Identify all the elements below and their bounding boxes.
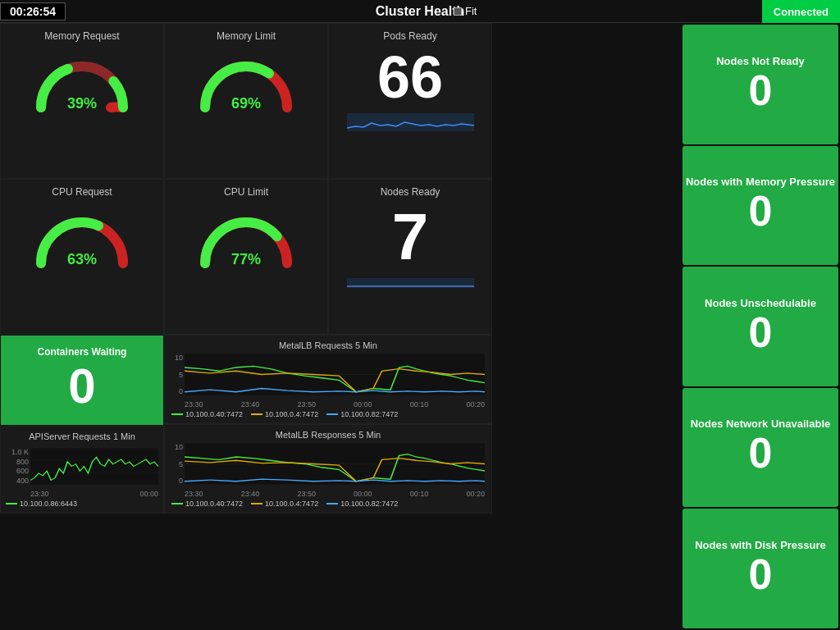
timer: 00:26:54 xyxy=(0,2,66,21)
legend-resp-2: 10.100.0.4:7472 xyxy=(251,500,318,508)
metallb-req-chart xyxy=(185,354,485,395)
legend-dot-resp-3 xyxy=(326,503,338,504)
memory-limit-title: Memory Limit xyxy=(217,30,276,42)
metallb-req-x: 23:30 23:40 23:50 00:00 00:10 00:20 xyxy=(185,400,485,409)
apiserver-legend: 10.100.0.86:6443 xyxy=(6,500,158,508)
status-tile-3: Nodes Network Unavailable 0 xyxy=(682,388,838,508)
legend-dot-resp-1 xyxy=(171,503,183,504)
svg-rect-0 xyxy=(347,113,474,131)
legend-label-apiserver: 10.100.0.86:6443 xyxy=(20,500,77,508)
apiserver-y-axis: 1.0 K 800 600 400 xyxy=(6,448,30,485)
cpu-request-gauge: 63% xyxy=(29,204,135,270)
status-tile-0-title: Nodes Not Ready xyxy=(716,55,805,67)
cpu-limit-gauge: 77% xyxy=(193,204,299,270)
legend-resp-3: 10.100.0.82:7472 xyxy=(326,500,398,508)
apiserver-x-axis: 23:30 00:00 xyxy=(30,490,158,498)
metallb-resp-x: 23:30 23:40 23:50 00:00 00:10 00:20 xyxy=(185,490,485,498)
containers-waiting-value: 0 xyxy=(68,358,95,414)
legend-dot-apiserver xyxy=(6,503,17,504)
metallb-req-legend: 10.100.0.40:7472 10.100.0.4:7472 10.100.… xyxy=(171,410,485,418)
memory-request-panel: Memory Request 39% xyxy=(0,23,164,179)
nodes-ready-value: 7 xyxy=(392,201,429,273)
pods-ready-panel: Pods Ready 66 xyxy=(328,23,492,179)
cpu-request-panel: CPU Request 63% xyxy=(0,179,164,335)
status-tile-3-title: Nodes Network Unavailable xyxy=(691,418,831,430)
nodes-ready-title: Nodes Ready xyxy=(381,186,441,198)
memory-request-title: Memory Request xyxy=(44,30,119,42)
top-bar: 00:26:54 Cluster Health Fit Connected xyxy=(0,0,840,23)
x-label-2330: 23:30 xyxy=(30,490,49,498)
cpu-request-title: CPU Request xyxy=(52,186,112,198)
fit-label: Fit xyxy=(454,5,477,17)
y-label-1k: 1.0 K xyxy=(6,448,29,456)
legend-req-3: 10.100.0.82:7472 xyxy=(326,410,398,418)
legend-dot-resp-2 xyxy=(251,503,262,504)
status-tile-4: Nodes with Disk Pressure 0 xyxy=(682,509,838,628)
fit-text: Fit xyxy=(465,5,477,17)
pods-sparkline xyxy=(347,113,474,131)
metallb-requests-panel: MetalLB Requests 5 Min 10 5 0 xyxy=(164,335,492,424)
apiserver-panel: APIServer Requests 1 Min 1.0 K 800 600 4… xyxy=(0,426,164,514)
metallb-req-y: 10 5 0 xyxy=(171,354,183,395)
status-column: Nodes Not Ready 0 Nodes with Memory Pres… xyxy=(681,23,840,630)
memory-limit-value: 69% xyxy=(193,95,299,112)
metallb-resp-title: MetalLB Responses 5 Min xyxy=(171,430,485,440)
fit-checkbox[interactable] xyxy=(454,7,462,16)
memory-limit-panel: Memory Limit 69% xyxy=(164,23,328,179)
metallb-responses-panel: MetalLB Responses 5 Min 10 5 0 xyxy=(164,424,492,514)
legend-dot-req-2 xyxy=(251,413,262,415)
legend-dot-req-3 xyxy=(326,413,338,415)
status-tile-2-value: 0 xyxy=(749,309,773,356)
svg-rect-3 xyxy=(30,448,158,485)
legend-req-2: 10.100.0.4:7472 xyxy=(251,410,318,418)
legend-apiserver-1: 10.100.0.86:6443 xyxy=(6,500,77,508)
pods-ready-value: 66 xyxy=(377,45,443,110)
metallb-resp-y: 10 5 0 xyxy=(171,443,183,485)
metallb-resp-chart xyxy=(185,443,485,485)
status-tile-2-title: Nodes Unschedulable xyxy=(705,297,816,309)
status-tile-4-title: Nodes with Disk Pressure xyxy=(695,539,826,551)
status-tile-0: Nodes Not Ready 0 xyxy=(682,25,838,144)
status-tile-4-value: 0 xyxy=(749,551,773,598)
containers-waiting-panel: Containers Waiting 0 xyxy=(0,335,164,426)
status-tile-1-value: 0 xyxy=(749,188,773,235)
legend-dot-req-1 xyxy=(171,413,183,415)
cpu-limit-value: 77% xyxy=(193,251,299,268)
legend-req-1: 10.100.0.40:7472 xyxy=(171,410,243,418)
y-label-400: 400 xyxy=(6,477,29,485)
nodes-sparkline xyxy=(347,278,474,288)
legend-resp-1: 10.100.0.40:7472 xyxy=(171,500,243,508)
connected-badge: Connected xyxy=(762,0,840,23)
memory-request-gauge: 39% xyxy=(29,48,135,114)
memory-limit-gauge: 69% xyxy=(193,48,299,114)
y-label-800: 800 xyxy=(6,458,29,466)
status-tile-1-title: Nodes with Memory Pressure xyxy=(686,176,835,188)
status-tile-0-value: 0 xyxy=(749,67,773,114)
cpu-limit-panel: CPU Limit 77% xyxy=(164,179,328,335)
metallb-req-title: MetalLB Requests 5 Min xyxy=(171,340,485,350)
containers-waiting-title: Containers Waiting xyxy=(38,346,127,358)
x-label-0000: 00:00 xyxy=(139,490,158,498)
apiserver-title: APIServer Requests 1 Min xyxy=(6,431,158,441)
status-tile-3-value: 0 xyxy=(749,430,773,477)
apiserver-chart xyxy=(30,448,158,485)
cpu-request-value: 63% xyxy=(29,251,135,268)
y-label-600: 600 xyxy=(6,467,29,475)
status-tile-2: Nodes Unschedulable 0 xyxy=(682,267,838,386)
metallb-resp-legend: 10.100.0.40:7472 10.100.0.4:7472 10.100.… xyxy=(171,500,485,508)
page-title: Cluster Health xyxy=(376,4,464,19)
nodes-ready-panel: Nodes Ready 7 xyxy=(328,179,492,335)
pods-ready-title: Pods Ready xyxy=(383,30,436,42)
status-tile-1: Nodes with Memory Pressure 0 xyxy=(682,146,838,266)
memory-request-value: 39% xyxy=(29,95,135,112)
cpu-limit-title: CPU Limit xyxy=(224,186,268,198)
